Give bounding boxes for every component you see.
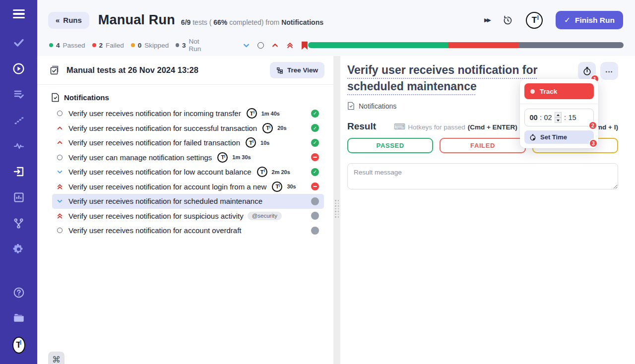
test-title: Verify user receives notification for in… xyxy=(68,109,241,118)
keyboard-icon: ⌨ xyxy=(394,122,405,131)
run-progress-summary: 6/9 tests ( 66% completed) from Notifica… xyxy=(181,14,323,26)
minutes-input[interactable]: 02 xyxy=(544,114,552,121)
folder-icon[interactable] xyxy=(12,311,25,323)
main-area: « Runs Manual Run 6/9 tests ( 66% comple… xyxy=(37,0,635,364)
tree-view-button[interactable]: Tree View xyxy=(270,62,324,78)
priority-normal-icon xyxy=(57,111,63,116)
drag-handle-dots xyxy=(335,200,339,218)
test-duration: 1m 30s xyxy=(232,154,251,160)
seconds-input[interactable]: 15 xyxy=(568,114,576,121)
stepper-down-button[interactable] xyxy=(555,118,562,123)
test-row[interactable]: Verify user receives notification for su… xyxy=(52,121,324,136)
set-time-badge: 3 xyxy=(589,139,598,148)
command-palette-button[interactable]: ⌘ xyxy=(48,352,64,364)
priority-icon xyxy=(56,155,64,160)
back-to-runs-button[interactable]: « Runs xyxy=(48,12,89,29)
chevron-down-filter-icon[interactable] xyxy=(243,42,250,49)
stepper-up-button[interactable] xyxy=(555,112,562,118)
top-bar: « Runs Manual Run 6/9 tests ( 66% comple… xyxy=(37,0,635,29)
stopwatch-icon xyxy=(582,66,592,76)
status-count-passed[interactable]: 4Passed xyxy=(49,42,85,49)
timer-button[interactable]: 1 xyxy=(578,62,596,80)
check-icon[interactable] xyxy=(12,37,25,49)
test-status-passed-icon: ✓ xyxy=(311,139,319,147)
list-check-icon[interactable] xyxy=(12,88,25,100)
test-title: Verify user receives notification for fa… xyxy=(68,138,240,147)
pulse-icon[interactable] xyxy=(12,140,25,152)
circle-filter-icon[interactable] xyxy=(257,42,264,49)
fast-forward-icon[interactable]: ▶▶ xyxy=(484,17,490,23)
finish-run-button[interactable]: ✓ Finish Run xyxy=(556,11,623,29)
test-row[interactable]: Verify user receives notification for sc… xyxy=(52,194,324,209)
test-title: Verify user receives notification for lo… xyxy=(68,168,252,176)
suite-row[interactable]: Notifications xyxy=(37,85,333,106)
test-row[interactable]: Verify user receives notification for fa… xyxy=(52,135,324,150)
testomat-avatar-icon[interactable]: T xyxy=(526,12,543,29)
test-list-panel: Manual tests at 26 Nov 2024 13:28 Tree V… xyxy=(37,56,333,364)
run-checklist-icon xyxy=(49,65,60,75)
record-dot-icon xyxy=(530,89,535,94)
more-options-button[interactable]: ... xyxy=(600,62,618,80)
test-status-passed-icon: ✓ xyxy=(311,110,319,118)
progress-segment-passed xyxy=(308,42,448,48)
testomat-logo-icon[interactable]: T xyxy=(12,336,25,354)
status-dot-icon xyxy=(92,43,96,47)
status-dot-icon xyxy=(131,43,135,47)
suite-file-icon xyxy=(51,93,60,102)
bookmark-filter-icon[interactable] xyxy=(301,41,308,50)
bar-chart-icon[interactable] xyxy=(12,191,25,203)
test-row[interactable]: Verify user receives notification for lo… xyxy=(52,165,324,180)
play-circle-icon[interactable] xyxy=(12,62,25,74)
test-tag[interactable]: @security xyxy=(248,212,282,220)
steps-icon[interactable] xyxy=(12,114,25,126)
timer-history-icon[interactable] xyxy=(503,15,513,25)
app-sidebar: T xyxy=(0,0,37,364)
help-icon[interactable] xyxy=(12,287,25,299)
test-detail-panel: Verify user receives notification for sc… xyxy=(340,56,635,364)
status-count-failed[interactable]: 2Failed xyxy=(92,42,124,49)
track-button[interactable]: Track xyxy=(524,83,594,99)
test-list: Verify user receives notification for in… xyxy=(37,106,333,238)
test-row[interactable]: Verify user receives notification for su… xyxy=(52,209,324,224)
gear-icon[interactable] xyxy=(12,243,25,255)
result-message-input[interactable] xyxy=(347,163,618,189)
test-title: Verify user can manage notification sett… xyxy=(68,153,212,162)
check-icon: ✓ xyxy=(564,16,571,25)
priority-low-icon xyxy=(57,198,63,204)
panel-resize-handle[interactable] xyxy=(333,56,340,364)
priority-icon xyxy=(56,213,64,219)
progress-segment-notrun xyxy=(518,42,624,48)
menu-icon[interactable] xyxy=(12,8,25,20)
test-duration: 20s xyxy=(277,125,286,131)
priority-low-icon xyxy=(57,169,63,175)
progress-segment-failed xyxy=(448,42,518,48)
chevron-up-filter-icon[interactable] xyxy=(271,42,279,49)
priority-high-icon xyxy=(57,139,63,146)
testomat-logo-icon: T xyxy=(262,123,273,133)
test-row[interactable]: Verify user receives notification for in… xyxy=(52,106,324,121)
tree-icon xyxy=(276,67,283,74)
status-row: 4Passed2Failed0Skipped3Not Run xyxy=(37,40,635,50)
priority-icon xyxy=(56,198,64,204)
test-row[interactable]: Verify user receives notification for ac… xyxy=(52,223,324,238)
time-badge: 2 xyxy=(588,121,597,130)
test-row[interactable]: Verify user receives notification for ac… xyxy=(52,180,324,194)
priority-highest-icon xyxy=(57,183,63,190)
passed-button[interactable]: PASSED xyxy=(347,138,433,153)
double-chevron-up-filter-icon[interactable] xyxy=(286,42,294,49)
status-dot-icon xyxy=(49,43,53,47)
login-icon[interactable] xyxy=(12,166,25,178)
hours-input[interactable]: 00 xyxy=(529,114,538,121)
test-row[interactable]: Verify user can manage notification sett… xyxy=(52,150,324,165)
test-duration: 2m 20s xyxy=(272,169,290,175)
ellipsis-icon: ... xyxy=(605,65,613,77)
filter-icons xyxy=(243,41,308,50)
set-time-button[interactable]: Set Time 3 xyxy=(524,130,594,144)
priority-high-icon xyxy=(57,125,63,131)
status-count-not-run[interactable]: 3Not Run xyxy=(176,38,210,53)
failed-button[interactable]: FAILED xyxy=(440,138,525,153)
status-count-skipped[interactable]: 0Skipped xyxy=(131,42,169,49)
branch-icon[interactable] xyxy=(12,217,25,229)
minutes-stepper xyxy=(555,112,562,123)
priority-normal-icon xyxy=(57,228,63,233)
